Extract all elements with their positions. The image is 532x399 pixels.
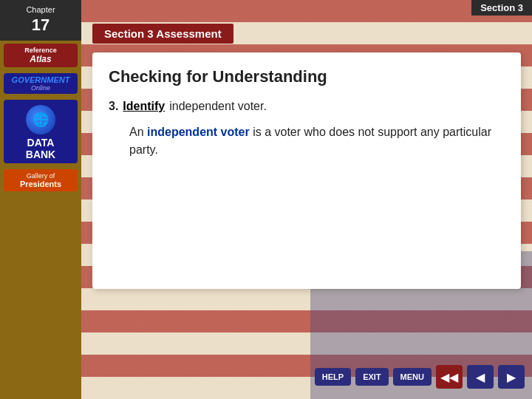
answer-text: An independent voter is a voter who does… xyxy=(109,123,505,159)
next-icon: ▶ xyxy=(507,370,516,384)
bottom-toolbar: HELP EXIT MENU ◀◀ ◀ ▶ xyxy=(81,355,532,399)
sidebar-item-reference[interactable]: Reference Atlas xyxy=(4,44,78,67)
question-keyword: Identify xyxy=(123,100,165,113)
reference-bottom-label: Atlas xyxy=(8,54,73,64)
section-label-top: Section 3 xyxy=(471,0,532,16)
prev-button[interactable]: ◀ xyxy=(467,365,494,389)
bank-label: BANK xyxy=(7,149,75,160)
sidebar: Chapter 17 Reference Atlas GOVERNMENT On… xyxy=(0,0,81,399)
exit-button[interactable]: EXIT xyxy=(355,368,388,386)
govt-label: GOVERNMENT xyxy=(6,75,75,84)
online-label: Online xyxy=(6,84,75,92)
chapter-box: Chapter 17 xyxy=(0,0,81,41)
data-label: DATA xyxy=(7,137,75,149)
back-icon: ◀◀ xyxy=(440,370,458,384)
question-number: 3. xyxy=(109,100,118,113)
answer-term: independent voter xyxy=(147,126,250,138)
question-rest: independent voter. xyxy=(169,100,267,113)
content-box: Checking for Understanding 3. Identify i… xyxy=(92,52,521,289)
chapter-number: 17 xyxy=(3,15,78,36)
main-content: Section 3 Assessment Checking for Unders… xyxy=(81,0,532,399)
next-button[interactable]: ▶ xyxy=(498,365,525,389)
sidebar-item-databank[interactable]: 🌐 DATA BANK xyxy=(4,100,78,163)
reference-top-label: Reference xyxy=(8,47,73,54)
question-line: 3. Identify independent voter. xyxy=(109,100,505,113)
back-button[interactable]: ◀◀ xyxy=(436,365,463,389)
help-button[interactable]: HELP xyxy=(315,368,351,386)
prev-icon: ◀ xyxy=(476,370,485,384)
menu-button[interactable]: MENU xyxy=(393,368,432,386)
content-heading: Checking for Understanding xyxy=(109,67,505,86)
gallery-top-label: Gallery of xyxy=(6,172,75,180)
databank-icon: 🌐 xyxy=(26,105,55,134)
answer-prefix: An xyxy=(129,126,144,138)
sidebar-item-government[interactable]: GOVERNMENT Online xyxy=(4,73,78,94)
gallery-bottom-label: Presidents xyxy=(6,180,75,188)
sidebar-item-gallery[interactable]: Gallery of Presidents xyxy=(4,169,78,191)
assessment-banner: Section 3 Assessment xyxy=(92,24,233,44)
chapter-label: Chapter xyxy=(3,4,78,15)
